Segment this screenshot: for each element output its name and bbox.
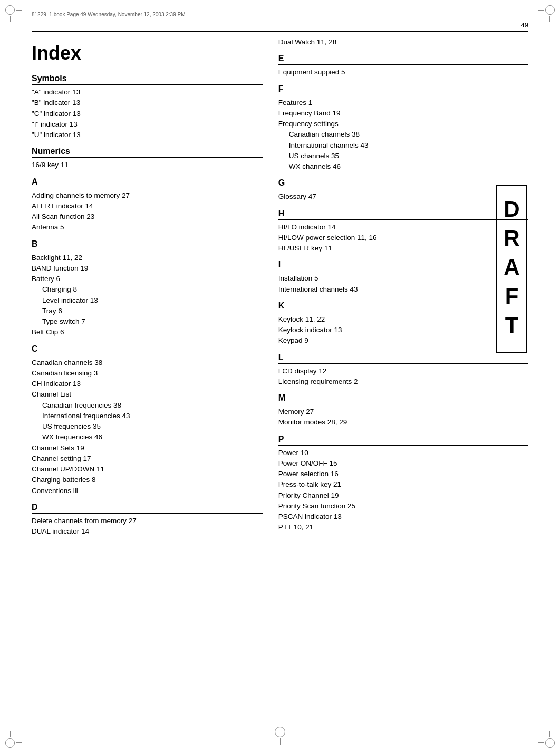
left-column: Index Symbols"A" indicator 13"B" indicat… — [32, 37, 263, 721]
index-entry: Memory 27 — [278, 407, 528, 417]
index-entry: HL/USER key 11 — [278, 243, 528, 254]
bottom-center-mark — [275, 727, 285, 737]
section-heading-k: K — [278, 301, 528, 312]
index-entry: "A" indicator 13 — [32, 87, 263, 98]
index-entry: DUAL indicator 14 — [32, 526, 263, 537]
index-entry: Glossary 47 — [278, 191, 528, 202]
index-entry: Level indicator 13 — [32, 295, 263, 306]
section-heading-h: H — [278, 209, 528, 220]
main-content: Index Symbols"A" indicator 13"B" indicat… — [32, 37, 528, 721]
corner-mark-tl — [5, 5, 18, 18]
index-entry: BAND function 19 — [32, 263, 263, 274]
index-entry: Frequency Band 19 — [278, 108, 528, 119]
index-entry: Power ON/OFF 15 — [278, 458, 528, 469]
index-entry: Battery 6 — [32, 274, 263, 284]
index-entry: Dual Watch 11, 28 — [278, 37, 528, 47]
index-entry: All Scan function 23 — [32, 211, 263, 222]
index-entry: Channel List — [32, 389, 263, 400]
index-entry: "I" indicator 13 — [32, 119, 263, 130]
index-entry: HI/LOW power selection 11, 16 — [278, 233, 528, 243]
index-entry: Power selection 16 — [278, 469, 528, 479]
index-entry: Charging batteries 8 — [32, 475, 263, 485]
header-bar: 49 — [32, 21, 528, 32]
index-entry: CH indicator 13 — [32, 379, 263, 389]
index-entry: US frequencies 35 — [32, 421, 263, 432]
draft-text: DRAFT — [500, 197, 523, 342]
index-entry: ALERT indicator 14 — [32, 201, 263, 211]
index-entry: Monitor modes 28, 29 — [278, 417, 528, 428]
corner-mark-tr — [542, 5, 555, 18]
right-column: Dual Watch 11, 28EEquipment suppied 5FFe… — [278, 37, 528, 721]
index-entry: Antenna 5 — [32, 222, 263, 233]
index-entry: WX channels 46 — [278, 161, 528, 172]
index-entry: Equipment suppied 5 — [278, 67, 528, 78]
index-entry: Conventions iii — [32, 486, 263, 496]
section-heading-p: P — [278, 435, 528, 446]
section-heading-m: M — [278, 393, 528, 404]
section-heading-a: A — [32, 177, 263, 188]
section-heading-f: F — [278, 84, 528, 95]
index-entry: Priority Scan function 25 — [278, 501, 528, 511]
index-entry: Keylock indicator 13 — [278, 325, 528, 335]
index-entry: Belt Clip 6 — [32, 327, 263, 337]
index-entry: Charging 8 — [32, 284, 263, 295]
index-entry: Type switch 7 — [32, 316, 263, 327]
index-entry: Keypad 9 — [278, 335, 528, 346]
corner-mark-br — [542, 735, 555, 748]
index-entry: Keylock 11, 22 — [278, 314, 528, 325]
index-entry: "B" indicator 13 — [32, 98, 263, 108]
draft-watermark: DRAFT — [496, 185, 527, 353]
index-entry: Adding channels to memory 27 — [32, 190, 263, 201]
left-sections: Symbols"A" indicator 13"B" indicator 13"… — [32, 74, 263, 537]
index-entry: Channel Sets 19 — [32, 443, 263, 453]
index-entry: 16/9 key 11 — [32, 160, 263, 170]
index-entry: PTT 10, 21 — [278, 522, 528, 533]
index-entry: Power 10 — [278, 448, 528, 458]
index-entry: Installation 5 — [278, 273, 528, 284]
index-entry: LCD display 12 — [278, 366, 528, 376]
right-sections: Dual Watch 11, 28EEquipment suppied 5FFe… — [278, 37, 528, 533]
section-heading-e: E — [278, 54, 528, 65]
bottom-circle — [275, 727, 285, 737]
section-heading-l: L — [278, 353, 528, 364]
section-heading-c: C — [32, 344, 263, 355]
index-entry: Channel UP/DOWN 11 — [32, 464, 263, 475]
index-entry: WX frequencies 46 — [32, 432, 263, 442]
index-entry: Canadian channels 38 — [32, 358, 263, 368]
index-entry: Press-to-talk key 21 — [278, 479, 528, 490]
book-info: 81229_1.book Page 49 Wednesday, November… — [32, 12, 186, 17]
index-entry: Delete channels from memory 27 — [32, 516, 263, 526]
index-entry: International frequencies 43 — [32, 411, 263, 421]
index-entry: Backlight 11, 22 — [32, 253, 263, 263]
index-entry: Features 1 — [278, 98, 528, 108]
index-entry: US channels 35 — [278, 151, 528, 161]
index-entry: Canadian channels 38 — [278, 129, 528, 140]
section-heading-symbols: Symbols — [32, 74, 263, 85]
index-entry: Tray 6 — [32, 306, 263, 316]
page-number: 49 — [521, 21, 528, 29]
corner-mark-bl — [5, 735, 18, 748]
section-heading-g: G — [278, 178, 528, 189]
index-entry: Canadian frequencies 38 — [32, 400, 263, 411]
index-entry: "U" indicator 13 — [32, 130, 263, 140]
index-entry: Canadian licensing 3 — [32, 368, 263, 379]
section-heading-i: I — [278, 260, 528, 271]
section-heading-numerics: Numerics — [32, 147, 263, 158]
section-heading-d: D — [32, 503, 263, 514]
bottom-tick — [280, 738, 281, 745]
index-entry: "C" indicator 13 — [32, 109, 263, 119]
index-entry: International channels 43 — [278, 140, 528, 151]
index-entry: Channel setting 17 — [32, 453, 263, 464]
index-entry: Licensing requirements 2 — [278, 376, 528, 387]
index-entry: International channels 43 — [278, 284, 528, 295]
index-entry: Priority Channel 19 — [278, 490, 528, 501]
index-entry: HI/LO indicator 14 — [278, 222, 528, 233]
index-title: Index — [32, 42, 263, 64]
index-entry: Frequency settings — [278, 119, 528, 129]
index-entry: PSCAN indicator 13 — [278, 511, 528, 522]
section-heading-b: B — [32, 239, 263, 250]
